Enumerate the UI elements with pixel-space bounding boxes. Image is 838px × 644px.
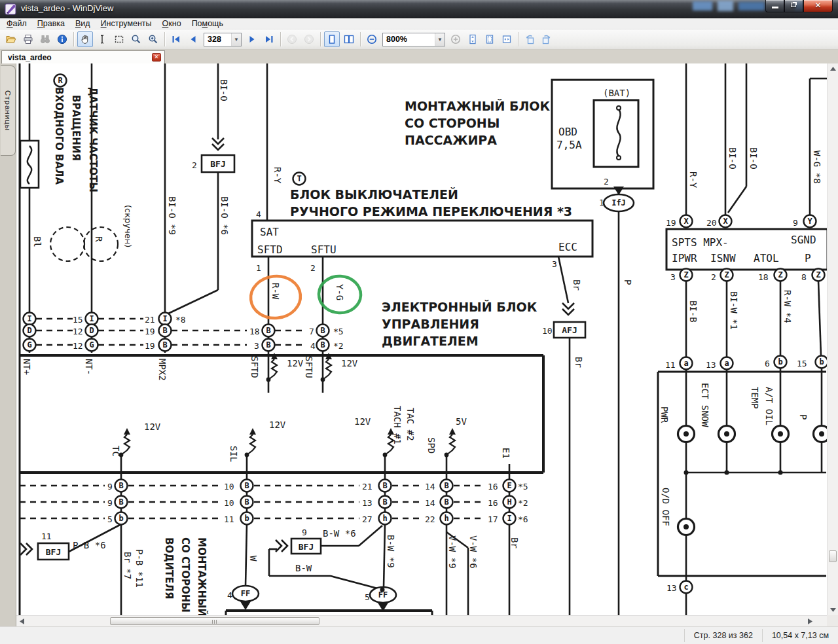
prev-page-button[interactable] <box>185 31 201 47</box>
diagram-label: *5 <box>333 327 344 336</box>
restore-icon <box>791 3 796 7</box>
horizontal-scrollbar[interactable] <box>16 615 827 626</box>
fit-height-icon <box>467 34 478 45</box>
minimize-button[interactable] <box>765 0 784 12</box>
binoculars-icon <box>40 34 50 45</box>
about-button[interactable] <box>54 31 70 47</box>
search-button[interactable] <box>37 31 53 47</box>
pan-tool-button[interactable] <box>77 31 93 47</box>
windjview-window: vista_ardeo - WinDjView ✕ ФайлПравкаВидИ… <box>0 0 838 644</box>
diagram-label: A/T OIL <box>764 387 774 425</box>
diagram-label: P-B *6 <box>73 540 106 550</box>
diagram-label: ДВИГАТЕЛЕМ <box>382 334 479 348</box>
diagram-label: P-B *11 <box>134 549 145 588</box>
diagram-label: 18 <box>249 327 260 336</box>
next-page-button[interactable] <box>244 31 260 47</box>
menu-view[interactable]: Вид <box>70 19 96 28</box>
diagram-label: 12 <box>73 341 83 351</box>
pages-panel-tab[interactable]: Страницы <box>1 65 16 156</box>
magnifier-icon <box>131 34 141 45</box>
svg-text:B: B <box>162 340 167 349</box>
diagram-label: Br <box>574 357 584 368</box>
tab-close-button[interactable]: ✕ <box>152 53 161 62</box>
diagram-label: 5V <box>456 416 467 427</box>
diagram-label: B-W <box>295 563 312 573</box>
diagram-label: ECC <box>558 241 577 253</box>
rotate-right-button[interactable] <box>539 31 555 47</box>
diagram-label: SFTD <box>257 243 283 256</box>
fit-width-button[interactable] <box>499 31 515 47</box>
svg-text:a: a <box>724 359 729 368</box>
diagram-label: 9 <box>793 218 798 228</box>
diagram-label: R-Y <box>272 167 283 184</box>
menu-edit[interactable]: Правка <box>32 19 70 28</box>
zoom-select-button[interactable] <box>128 31 144 47</box>
menu-help[interactable]: Помощь <box>187 19 228 28</box>
zoom-level-value: 800% <box>383 35 435 44</box>
forward-button[interactable] <box>301 31 317 47</box>
svg-text:I: I <box>162 314 167 323</box>
diagram-label: R-W *4 <box>782 290 793 323</box>
svg-text:IfJ: IfJ <box>611 198 626 207</box>
diagram-label: P <box>623 279 633 285</box>
zoom-out-button[interactable] <box>364 31 380 47</box>
document-view[interactable]: BFJAFJBFJBFJIDGIDGIBBBBBBBBbBBbBBhBBhEHI… <box>16 63 827 615</box>
diagram-label: 10 <box>224 482 234 492</box>
prev-page-icon <box>188 34 198 45</box>
fit-page-button[interactable] <box>482 31 498 47</box>
magnify-window-button[interactable] <box>145 31 161 47</box>
layout-facing-button[interactable] <box>341 31 357 47</box>
dropdown-arrow-icon[interactable]: ▼ <box>435 33 445 46</box>
close-button[interactable]: ✕ <box>803 0 833 12</box>
svg-text:b: b <box>244 514 249 523</box>
menu-window[interactable]: Окно <box>157 19 187 28</box>
select-rect-button[interactable] <box>111 31 127 47</box>
svg-text:B: B <box>266 340 270 349</box>
svg-text:B: B <box>320 340 325 349</box>
dropdown-arrow-icon[interactable]: ▼ <box>231 33 241 46</box>
title-bar[interactable]: vista_ardeo - WinDjView ✕ <box>0 0 838 18</box>
diagram-label: 7 <box>309 327 314 336</box>
toolbar-separator <box>280 32 281 46</box>
diagram-label: SFTU <box>311 243 337 256</box>
zoom-level-combo[interactable]: 800%▼ <box>382 33 445 46</box>
facing-pages-icon <box>344 34 354 45</box>
fit-height-button[interactable] <box>465 31 481 47</box>
diagram-label: R <box>94 236 104 242</box>
open-button[interactable] <box>3 31 19 47</box>
document-tab[interactable]: vista_ardeo ✕ <box>1 50 165 63</box>
print-button[interactable] <box>20 31 36 47</box>
scroll-right-icon[interactable] <box>807 618 813 625</box>
page-number-combo[interactable]: 328▼ <box>204 33 242 46</box>
menu-tools[interactable]: Инструменты <box>96 19 157 28</box>
diagram-label: 12 <box>73 327 83 336</box>
layout-single-button[interactable] <box>324 31 340 47</box>
svg-text:B: B <box>118 481 123 490</box>
fit-width-icon <box>501 34 512 45</box>
back-button[interactable] <box>284 31 300 47</box>
rotate-left-button[interactable] <box>522 31 537 47</box>
scroll-up-icon[interactable] <box>829 66 837 72</box>
diagram-label: 13 <box>666 583 677 593</box>
select-text-button[interactable] <box>94 31 110 47</box>
connector-box-label: BFJ <box>299 542 314 552</box>
first-page-button[interactable] <box>168 31 184 47</box>
scroll-down-icon[interactable] <box>829 607 837 613</box>
vertical-scroll-thumb[interactable] <box>829 550 837 562</box>
diagram-label: *8 <box>175 315 186 325</box>
pages-panel-tab-label: Страницы <box>4 90 12 131</box>
scroll-left-icon[interactable] <box>19 618 25 625</box>
forward-icon <box>304 34 314 45</box>
diagram-label: 14 <box>425 498 435 508</box>
diagram-label: 19 <box>666 218 676 228</box>
fit-page-icon <box>484 34 495 45</box>
zoom-in-button[interactable] <box>448 31 464 47</box>
diagram-label: BI-B <box>688 300 699 323</box>
vertical-scrollbar[interactable] <box>827 63 838 615</box>
diagram-label: РУЧНОГО РЕЖИМА ПЕРЕКЛЮЧЕНИЯ *3 <box>290 204 572 219</box>
menu-file[interactable]: Файл <box>1 19 32 28</box>
horizontal-scroll-thumb[interactable] <box>110 617 319 625</box>
restore-button[interactable] <box>784 0 803 12</box>
svg-text:Y: Y <box>807 217 812 226</box>
last-page-button[interactable] <box>261 31 277 47</box>
